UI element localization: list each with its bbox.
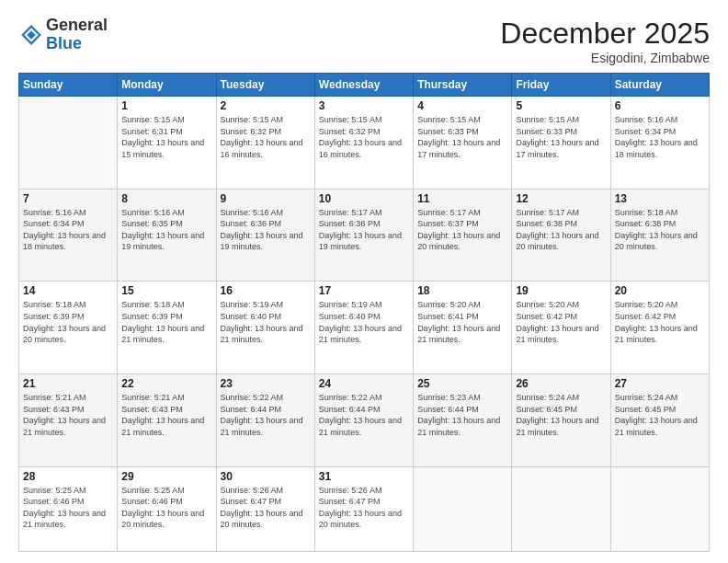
day-number: 17 xyxy=(319,284,409,297)
calendar-cell: 4Sunrise: 5:15 AM Sunset: 6:33 PM Daylig… xyxy=(414,97,512,190)
cell-info: Sunrise: 5:20 AM Sunset: 6:41 PM Dayligh… xyxy=(417,299,507,345)
day-number: 13 xyxy=(615,192,705,205)
day-number: 31 xyxy=(319,470,409,483)
day-number: 16 xyxy=(221,284,311,297)
cell-info: Sunrise: 5:17 AM Sunset: 6:37 PM Dayligh… xyxy=(417,207,507,253)
calendar-cell: 30Sunrise: 5:26 AM Sunset: 6:47 PM Dayli… xyxy=(216,466,314,551)
calendar-table: SundayMondayTuesdayWednesdayThursdayFrid… xyxy=(18,73,710,552)
cell-info: Sunrise: 5:21 AM Sunset: 6:43 PM Dayligh… xyxy=(121,392,211,438)
day-number: 6 xyxy=(615,99,705,112)
day-number: 3 xyxy=(319,99,409,112)
cell-info: Sunrise: 5:17 AM Sunset: 6:38 PM Dayligh… xyxy=(516,207,606,253)
cell-info: Sunrise: 5:20 AM Sunset: 6:42 PM Dayligh… xyxy=(516,299,606,345)
calendar-cell: 15Sunrise: 5:18 AM Sunset: 6:39 PM Dayli… xyxy=(118,282,216,374)
cell-info: Sunrise: 5:24 AM Sunset: 6:45 PM Dayligh… xyxy=(615,392,705,438)
day-number: 24 xyxy=(319,377,409,390)
calendar-cell: 10Sunrise: 5:17 AM Sunset: 6:36 PM Dayli… xyxy=(314,189,413,282)
day-number: 22 xyxy=(121,377,211,390)
calendar-cell: 28Sunrise: 5:25 AM Sunset: 6:46 PM Dayli… xyxy=(19,466,118,551)
day-number: 2 xyxy=(221,99,311,112)
cell-info: Sunrise: 5:26 AM Sunset: 6:47 PM Dayligh… xyxy=(221,485,311,531)
cell-info: Sunrise: 5:26 AM Sunset: 6:47 PM Dayligh… xyxy=(319,485,409,531)
calendar-cell xyxy=(19,97,118,190)
cell-info: Sunrise: 5:17 AM Sunset: 6:36 PM Dayligh… xyxy=(319,207,409,253)
calendar-header-saturday: Saturday xyxy=(610,74,709,97)
cell-info: Sunrise: 5:22 AM Sunset: 6:44 PM Dayligh… xyxy=(319,392,409,438)
day-number: 25 xyxy=(417,377,507,390)
logo: General Blue xyxy=(18,17,108,53)
calendar-week-row: 28Sunrise: 5:25 AM Sunset: 6:46 PM Dayli… xyxy=(19,466,710,551)
cell-info: Sunrise: 5:15 AM Sunset: 6:33 PM Dayligh… xyxy=(417,114,507,160)
calendar-header-friday: Friday xyxy=(512,74,610,97)
calendar-cell: 26Sunrise: 5:24 AM Sunset: 6:45 PM Dayli… xyxy=(512,373,610,466)
day-number: 7 xyxy=(23,192,113,205)
cell-info: Sunrise: 5:25 AM Sunset: 6:46 PM Dayligh… xyxy=(23,485,113,531)
calendar-cell: 14Sunrise: 5:18 AM Sunset: 6:39 PM Dayli… xyxy=(19,282,118,374)
location: Esigodini, Zimbabwe xyxy=(500,51,710,65)
cell-info: Sunrise: 5:18 AM Sunset: 6:39 PM Dayligh… xyxy=(121,299,211,345)
calendar-cell: 27Sunrise: 5:24 AM Sunset: 6:45 PM Dayli… xyxy=(610,373,709,466)
calendar-cell: 16Sunrise: 5:19 AM Sunset: 6:40 PM Dayli… xyxy=(216,282,314,374)
day-number: 23 xyxy=(221,377,311,390)
day-number: 19 xyxy=(516,284,606,297)
day-number: 15 xyxy=(121,284,211,297)
cell-info: Sunrise: 5:18 AM Sunset: 6:38 PM Dayligh… xyxy=(615,207,705,253)
calendar-cell: 19Sunrise: 5:20 AM Sunset: 6:42 PM Dayli… xyxy=(512,282,610,374)
day-number: 18 xyxy=(417,284,507,297)
cell-info: Sunrise: 5:20 AM Sunset: 6:42 PM Dayligh… xyxy=(615,299,705,345)
calendar-cell: 22Sunrise: 5:21 AM Sunset: 6:43 PM Dayli… xyxy=(118,373,216,466)
day-number: 21 xyxy=(23,377,113,390)
calendar-cell: 13Sunrise: 5:18 AM Sunset: 6:38 PM Dayli… xyxy=(610,189,709,282)
cell-info: Sunrise: 5:23 AM Sunset: 6:44 PM Dayligh… xyxy=(417,392,507,438)
cell-info: Sunrise: 5:15 AM Sunset: 6:31 PM Dayligh… xyxy=(121,114,211,160)
calendar-cell: 3Sunrise: 5:15 AM Sunset: 6:32 PM Daylig… xyxy=(314,97,413,190)
day-number: 29 xyxy=(121,470,211,483)
title-block: December 2025 Esigodini, Zimbabwe xyxy=(500,17,710,65)
cell-info: Sunrise: 5:25 AM Sunset: 6:46 PM Dayligh… xyxy=(121,485,211,531)
logo-icon xyxy=(18,22,44,48)
calendar-cell xyxy=(512,466,610,551)
day-number: 30 xyxy=(221,470,311,483)
calendar-week-row: 14Sunrise: 5:18 AM Sunset: 6:39 PM Dayli… xyxy=(19,282,710,374)
calendar-cell: 20Sunrise: 5:20 AM Sunset: 6:42 PM Dayli… xyxy=(610,282,709,374)
calendar-cell: 25Sunrise: 5:23 AM Sunset: 6:44 PM Dayli… xyxy=(414,373,512,466)
calendar-header-wednesday: Wednesday xyxy=(314,74,413,97)
calendar-cell: 17Sunrise: 5:19 AM Sunset: 6:40 PM Dayli… xyxy=(314,282,413,374)
calendar-cell xyxy=(610,466,709,551)
calendar-cell: 11Sunrise: 5:17 AM Sunset: 6:37 PM Dayli… xyxy=(414,189,512,282)
cell-info: Sunrise: 5:24 AM Sunset: 6:45 PM Dayligh… xyxy=(516,392,606,438)
calendar-header-monday: Monday xyxy=(118,74,216,97)
day-number: 1 xyxy=(121,99,211,112)
calendar-cell: 5Sunrise: 5:15 AM Sunset: 6:33 PM Daylig… xyxy=(512,97,610,190)
calendar-cell: 24Sunrise: 5:22 AM Sunset: 6:44 PM Dayli… xyxy=(314,373,413,466)
calendar-header-tuesday: Tuesday xyxy=(216,74,314,97)
day-number: 20 xyxy=(615,284,705,297)
calendar-cell: 2Sunrise: 5:15 AM Sunset: 6:32 PM Daylig… xyxy=(216,97,314,190)
cell-info: Sunrise: 5:15 AM Sunset: 6:32 PM Dayligh… xyxy=(319,114,409,160)
calendar-cell: 8Sunrise: 5:16 AM Sunset: 6:35 PM Daylig… xyxy=(118,189,216,282)
calendar-header-thursday: Thursday xyxy=(414,74,512,97)
day-number: 9 xyxy=(221,192,311,205)
calendar-cell: 1Sunrise: 5:15 AM Sunset: 6:31 PM Daylig… xyxy=(118,97,216,190)
calendar-cell: 18Sunrise: 5:20 AM Sunset: 6:41 PM Dayli… xyxy=(414,282,512,374)
day-number: 8 xyxy=(121,192,211,205)
day-number: 4 xyxy=(417,99,507,112)
cell-info: Sunrise: 5:18 AM Sunset: 6:39 PM Dayligh… xyxy=(23,299,113,345)
day-number: 26 xyxy=(516,377,606,390)
calendar-cell: 7Sunrise: 5:16 AM Sunset: 6:34 PM Daylig… xyxy=(19,189,118,282)
day-number: 11 xyxy=(417,192,507,205)
day-number: 5 xyxy=(516,99,606,112)
cell-info: Sunrise: 5:15 AM Sunset: 6:33 PM Dayligh… xyxy=(516,114,606,160)
day-number: 28 xyxy=(23,470,113,483)
cell-info: Sunrise: 5:16 AM Sunset: 6:34 PM Dayligh… xyxy=(23,207,113,253)
cell-info: Sunrise: 5:19 AM Sunset: 6:40 PM Dayligh… xyxy=(221,299,311,345)
calendar-cell: 21Sunrise: 5:21 AM Sunset: 6:43 PM Dayli… xyxy=(19,373,118,466)
day-number: 12 xyxy=(516,192,606,205)
logo-blue-text: Blue xyxy=(46,34,82,52)
page-header: General Blue December 2025 Esigodini, Zi… xyxy=(18,17,710,65)
calendar-week-row: 7Sunrise: 5:16 AM Sunset: 6:34 PM Daylig… xyxy=(19,189,710,282)
cell-info: Sunrise: 5:21 AM Sunset: 6:43 PM Dayligh… xyxy=(23,392,113,438)
day-number: 14 xyxy=(23,284,113,297)
cell-info: Sunrise: 5:16 AM Sunset: 6:36 PM Dayligh… xyxy=(221,207,311,253)
calendar-cell: 23Sunrise: 5:22 AM Sunset: 6:44 PM Dayli… xyxy=(216,373,314,466)
